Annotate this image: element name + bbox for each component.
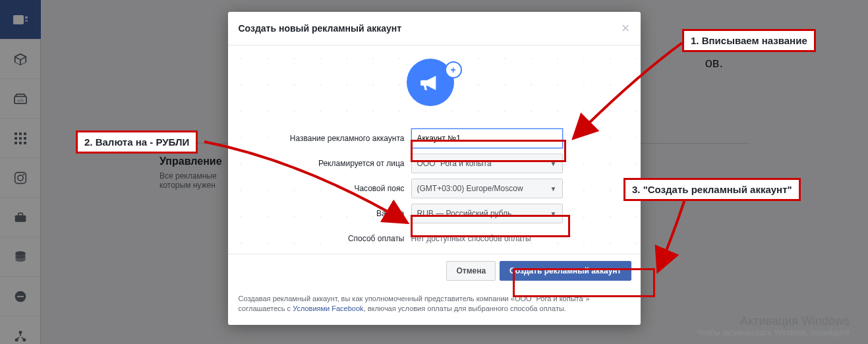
currency-value: RUB — Российский рубль [417, 209, 512, 218]
label-payment: Способ оплаты [240, 234, 411, 243]
megaphone-icon [417, 69, 444, 96]
timezone-value: (GMT+03:00) Europe/Moscow [417, 184, 523, 193]
chevron-down-icon: ▼ [550, 210, 557, 217]
label-currency: Валюта [240, 209, 411, 218]
megaphone-hero-icon: + [407, 59, 462, 114]
label-account-name: Название рекламного аккаунта [240, 134, 411, 143]
payment-value: Нет доступных способов оплаты [411, 229, 531, 248]
advertiser-value: ООО "Рога и копыта" [417, 159, 494, 168]
modal-legal: Создавая рекламный аккаунт, вы как уполн… [228, 287, 641, 325]
modal-footer: Отмена Создать рекламный аккаунт [228, 254, 641, 287]
callout-2: 2. Валюта на - РУБЛИ [76, 130, 198, 154]
callout-3: 3. "Создать рекламный аккаунт" [623, 178, 801, 201]
chevron-down-icon: ▼ [550, 160, 557, 167]
advertiser-dropdown[interactable]: ООО "Рога и копыта" ▼ [411, 154, 563, 173]
modal-body: + Название рекламного аккаунта Рекламиру… [228, 45, 641, 248]
cancel-button[interactable]: Отмена [446, 261, 496, 281]
legal-link[interactable]: Условиями Facebook [293, 304, 363, 312]
callout-1: 1. Вписываем название [682, 29, 816, 52]
plus-icon: + [445, 61, 462, 78]
label-advertiser: Рекламируется от лица [240, 159, 411, 168]
windows-activation-watermark: Активация Windows Чтобы активировать Win… [697, 314, 850, 337]
label-timezone: Часовой пояс [240, 184, 411, 193]
account-name-input[interactable] [411, 129, 563, 148]
modal-title: Создать новый рекламный аккаунт [239, 23, 622, 34]
modal-header: Создать новый рекламный аккаунт × [228, 12, 641, 45]
create-button[interactable]: Создать рекламный аккаунт [500, 261, 631, 281]
currency-dropdown[interactable]: RUB — Российский рубль ▼ [411, 204, 563, 223]
legal-post: , включая условия оплаты для выбранного … [364, 304, 566, 312]
close-icon[interactable]: × [622, 21, 630, 36]
watermark-line-2: Чтобы активировать Windows, перейдите [697, 328, 850, 337]
watermark-line-1: Активация Windows [697, 314, 850, 328]
chevron-down-icon: ▼ [550, 185, 557, 192]
timezone-dropdown[interactable]: (GMT+03:00) Europe/Moscow ▼ [411, 179, 563, 198]
create-ad-account-modal: Создать новый рекламный аккаунт × + Назв… [228, 12, 641, 325]
